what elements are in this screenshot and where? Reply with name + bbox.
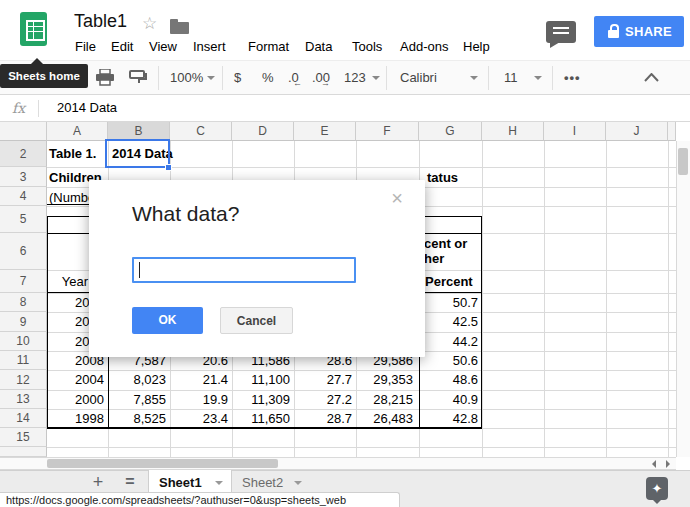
toolbar-divider — [386, 66, 387, 90]
chevron-down-icon — [294, 481, 302, 489]
paint-format-icon[interactable] — [129, 70, 147, 86]
folder-icon[interactable] — [170, 22, 189, 34]
more-formats-dropdown[interactable]: 123 — [344, 60, 366, 95]
table-row[interactable]: 2000 7,855 19.9 11,309 27.2 28,215 40.9 — [0, 390, 690, 409]
lock-icon — [608, 24, 619, 39]
menu-data[interactable]: Data — [305, 38, 332, 56]
font-dropdown[interactable]: Calibri — [400, 60, 437, 95]
cell-a7-year[interactable]: Year — [47, 270, 88, 293]
column-header-partial[interactable] — [668, 122, 676, 141]
selected-cell-border — [105, 139, 170, 168]
scroll-right-icon[interactable] — [666, 460, 674, 468]
format-percent-button[interactable]: % — [262, 60, 274, 95]
prompt-dialog: What data? × OK Cancel — [89, 180, 425, 357]
table-glyph — [26, 20, 45, 41]
menu-tools[interactable]: Tools — [352, 38, 382, 56]
select-all-corner[interactable] — [0, 122, 47, 141]
table-border — [481, 216, 482, 429]
column-header-c[interactable]: C — [170, 122, 232, 141]
row-header-partial[interactable] — [0, 447, 47, 457]
row-header-6[interactable]: 6 — [0, 233, 47, 270]
more-toolbar-button[interactable]: ••• — [564, 60, 581, 95]
sheets-app: Table1 ☆ File Edit View Insert Format Da… — [0, 0, 690, 507]
table-row[interactable]: 1998 8,525 23.4 11,650 28.7 26,483 42.8 — [0, 409, 690, 428]
increase-decimal-arrow-icon: → — [321, 78, 330, 88]
chevron-down-icon — [534, 76, 542, 84]
toolbar-divider — [488, 66, 489, 90]
status-url: https://docs.google.com/spreadsheets/?au… — [0, 492, 400, 507]
font-size-dropdown[interactable]: 11 — [504, 60, 518, 95]
row-header-4[interactable]: 4 — [0, 187, 47, 206]
formula-bar[interactable]: fx 2014 Data — [0, 95, 690, 122]
menu-insert[interactable]: Insert — [193, 38, 226, 56]
column-header-h[interactable]: H — [482, 122, 544, 141]
chevron-down-icon — [470, 76, 478, 84]
document-title[interactable]: Table1 — [74, 11, 127, 32]
column-header-a[interactable]: A — [47, 122, 108, 141]
column-header-d[interactable]: D — [232, 122, 294, 141]
row-header-7[interactable]: 7 — [0, 270, 47, 293]
divider — [38, 100, 39, 117]
chevron-down-icon — [215, 481, 223, 489]
cancel-button[interactable]: Cancel — [220, 307, 293, 334]
top-bar: Table1 ☆ File Edit View Insert Format Da… — [0, 0, 690, 60]
row-header-3[interactable]: 3 — [0, 167, 47, 187]
cell-underline — [47, 204, 90, 205]
column-header-j[interactable]: J — [606, 122, 668, 141]
collapse-toolbar-icon[interactable] — [644, 73, 659, 82]
cell-percent: 50.7 — [419, 293, 478, 312]
menu-addons[interactable]: Add-ons — [400, 38, 448, 56]
toolbar-divider — [552, 66, 553, 90]
text-cursor — [139, 262, 140, 278]
scroll-left-icon[interactable] — [648, 460, 656, 468]
cell-fragment-g6-line2: her — [424, 251, 444, 266]
row-header-2[interactable]: 2 — [0, 141, 47, 167]
toolbar-divider — [222, 66, 223, 90]
toolbar-divider — [158, 66, 159, 90]
menu-file[interactable]: File — [75, 38, 96, 56]
column-header-g[interactable]: G — [419, 122, 482, 141]
menu-format[interactable]: Format — [248, 38, 289, 56]
cell-g7-percent: Percent — [425, 271, 473, 292]
cell-a2[interactable]: Table 1. — [49, 141, 96, 167]
fill-handle[interactable] — [165, 164, 172, 171]
vertical-scrollbar-thumb[interactable] — [678, 148, 688, 175]
cell-fragment-row3: tatus — [427, 170, 458, 186]
row-header-5[interactable]: 5 — [0, 206, 47, 233]
explore-button[interactable]: ✦ — [646, 477, 668, 500]
column-header-f[interactable]: F — [356, 122, 419, 141]
zoom-dropdown[interactable]: 100% — [170, 60, 203, 95]
column-header-i[interactable]: I — [544, 122, 606, 141]
close-icon[interactable]: × — [387, 188, 407, 208]
horizontal-scrollbar-thumb[interactable] — [47, 459, 278, 468]
share-button[interactable]: SHARE — [594, 16, 684, 47]
tooltip: Sheets home — [0, 64, 88, 88]
comment-icon[interactable] — [546, 21, 576, 43]
fx-icon: fx — [12, 95, 25, 121]
chevron-down-icon — [372, 76, 380, 84]
table-border — [47, 216, 48, 429]
menu-edit[interactable]: Edit — [111, 38, 133, 56]
decrease-decimal-arrow-icon: ← — [293, 78, 302, 88]
print-icon[interactable] — [95, 69, 115, 86]
sheets-logo-icon[interactable] — [20, 12, 47, 46]
row-header-15[interactable]: 15 — [0, 428, 47, 447]
ok-button[interactable]: OK — [132, 307, 203, 334]
formula-bar-value: 2014 Data — [57, 95, 117, 121]
star-icon[interactable]: ☆ — [142, 14, 157, 34]
table-border — [47, 427, 482, 429]
cell-fragment-g6-line1: cent or — [424, 236, 467, 251]
menu-help[interactable]: Help — [463, 38, 490, 56]
table-row[interactable]: 2004 8,023 21.4 11,100 27.7 29,353 48.6 — [0, 370, 690, 390]
menu-view[interactable]: View — [149, 38, 177, 56]
column-header-e[interactable]: E — [294, 122, 356, 141]
dialog-title: What data? — [132, 202, 239, 226]
dialog-text-input[interactable] — [132, 257, 356, 283]
share-label: SHARE — [625, 16, 672, 47]
chevron-down-icon — [207, 76, 215, 84]
format-currency-button[interactable]: $ — [234, 60, 241, 95]
